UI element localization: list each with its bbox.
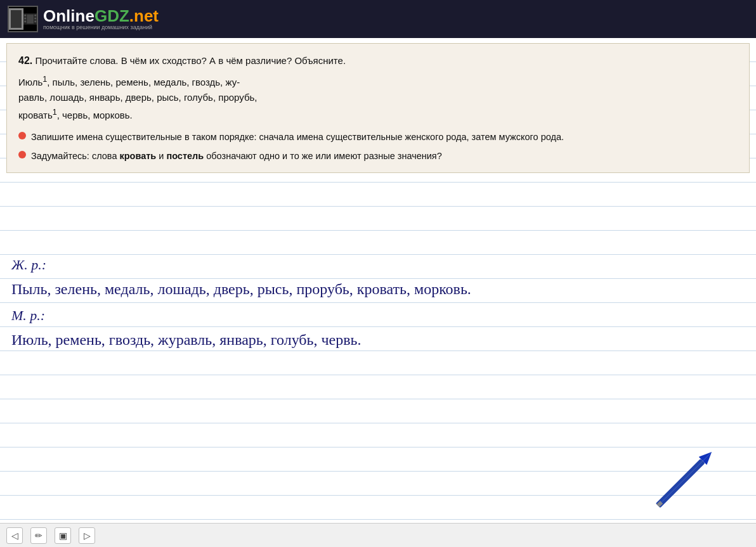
toolbar-btn-edit[interactable]: ✏	[30, 527, 47, 544]
toolbar-btn-back[interactable]: ◁	[6, 527, 23, 544]
words-line3: кровать1, червь, морковь.	[18, 110, 133, 120]
main-container: OnlineGDZ.net помощник в решении домашни…	[0, 0, 756, 547]
header: OnlineGDZ.net помощник в решении домашни…	[0, 0, 756, 38]
exercise-number: 42.	[18, 55, 32, 66]
svg-rect-6	[34, 20, 36, 22]
bullet-item-1: Запишите имена существительные в таком п…	[18, 130, 738, 144]
toolbar-btn-grid[interactable]: ▣	[55, 527, 71, 544]
exercise-box: 42. Прочитайте слова. В чём их сходство?…	[6, 43, 750, 173]
svg-rect-4	[34, 15, 36, 16]
exercise-title: 42. Прочитайте слова. В чём их сходство?…	[18, 53, 738, 69]
svg-rect-1	[24, 15, 26, 16]
words-line1: Июль1, пыль, зелень, ремень, медаль, гво…	[18, 77, 240, 87]
svg-rect-2	[24, 18, 26, 20]
label-masculine: М. р.:	[11, 304, 750, 326]
masculine-words: Июль, ремень, гвоздь, журавль, январь, г…	[11, 328, 750, 352]
feminine-words: Пыль, зелень, медаль, лошадь, дверь, рыс…	[11, 277, 750, 301]
toolbar-btn-forward[interactable]: ▷	[79, 527, 95, 544]
bullet1-text: Запишите имена существительные в таком п…	[31, 130, 564, 144]
bullet2-text: Задумайтесь: слова кровать и постель обо…	[31, 149, 442, 163]
answer-area: Ж. р.: Пыль, зелень, медаль, лошадь, две…	[11, 254, 750, 353]
logo-title: OnlineGDZ.net	[43, 8, 159, 24]
label-feminine: Ж. р.:	[11, 254, 750, 276]
words-line2: равль, лошадь, январь, дверь, рысь, голу…	[18, 92, 257, 103]
exercise-title-text: Прочитайте слова. В чём их сходство? А в…	[35, 55, 346, 66]
content-area: 42. Прочитайте слова. В чём их сходство?…	[0, 38, 756, 523]
logo-subtitle: помощник в решении домашних заданий	[43, 24, 159, 31]
bullet-item-2: Задумайтесь: слова кровать и постель обо…	[18, 149, 738, 163]
bullet-dot-2	[18, 151, 26, 158]
exercise-words: Июль1, пыль, зелень, ремень, медаль, гво…	[18, 73, 738, 124]
svg-rect-7	[27, 15, 34, 23]
svg-rect-3	[24, 20, 26, 22]
logo-box: OnlineGDZ.net помощник в решении домашни…	[8, 6, 159, 32]
film-icon	[8, 6, 38, 32]
svg-rect-5	[34, 18, 36, 20]
logo-text: OnlineGDZ.net помощник в решении домашни…	[43, 8, 159, 31]
bottom-toolbar: ◁ ✏ ▣ ▷	[0, 523, 756, 547]
notebook: 42. Прочитайте слова. В чём их сходство?…	[0, 38, 756, 523]
bullet-dot-1	[18, 132, 26, 139]
bullet-items: Запишите имена существительные в таком п…	[18, 130, 738, 164]
